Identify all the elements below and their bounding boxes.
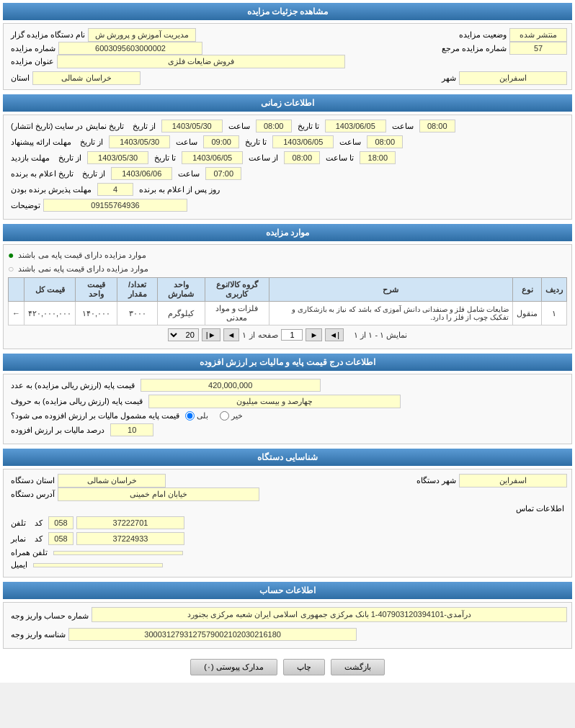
col-total-price: قیمت کل bbox=[24, 278, 76, 302]
display-count-label: نمایش ۱ - ۱ از ۱ bbox=[354, 331, 407, 340]
tax-percent-label: درصد مالیات بر ارزش افزوده bbox=[8, 426, 107, 435]
tax-yes-option[interactable]: بلی bbox=[185, 411, 208, 421]
account-info-section: اطلاعات حساب درآمدی-407903120394101-1 با… bbox=[3, 582, 572, 649]
print-button[interactable]: چاپ bbox=[283, 659, 325, 675]
status-label: وضعیت مزایده bbox=[456, 30, 509, 40]
account-row: درآمدی-407903120394101-1 بانک مرکزی جمهو… bbox=[8, 607, 567, 625]
fax-row: 37224933 058 کد نمابر bbox=[8, 532, 567, 545]
col-action bbox=[9, 278, 24, 302]
org-info-body: اسفراین شهر دستگاه خراسان شمالی استان دس… bbox=[3, 469, 572, 578]
notice1-radio: ● bbox=[8, 249, 14, 261]
org-info-header: شناسایی دستگاه bbox=[3, 449, 572, 466]
fax-label: نمابر bbox=[8, 534, 29, 544]
org-province-label: استان دستگاه bbox=[8, 476, 58, 485]
phone-row: 37222701 058 کد تلفن bbox=[8, 516, 567, 529]
items-table: ردیف نوع شرح گروه کالا/نوع کاربری واحد ش… bbox=[8, 277, 567, 325]
cell-desc: ضایعات شامل فلز و صنفدانی دانش آموزی که … bbox=[269, 302, 512, 325]
fax-number-value: 37224933 bbox=[76, 532, 184, 545]
publish-to-date: 1403/06/05 bbox=[325, 120, 386, 132]
account-info-body: درآمدی-407903120394101-1 بانک مرکزی جمهو… bbox=[3, 602, 572, 649]
proposal-to-time: 08:00 bbox=[367, 135, 403, 148]
col-quantity: تعداد/مقدار bbox=[117, 278, 157, 302]
auction-items-section: موارد مزایده موارد مزایده دارای قیمت پای… bbox=[3, 224, 572, 349]
auction-number-label: شماره مزایده bbox=[8, 44, 58, 53]
city-value: اسفراین bbox=[459, 71, 567, 85]
pagination-first[interactable]: ►| bbox=[202, 328, 220, 341]
city-col: اسفراین شهر bbox=[439, 71, 567, 85]
table-row: ۱ منقول ضایعات شامل فلز و صنفدانی دانش آ… bbox=[9, 302, 567, 325]
notice1-text: موارد مزایده دارای قیمت پایه می باشند bbox=[18, 251, 146, 260]
org-info-section: شناسایی دستگاه اسفراین شهر دستگاه خراسان… bbox=[3, 449, 572, 578]
email-row: ایمیل bbox=[8, 560, 567, 570]
auction-details-header: مشاهده جزئیات مزایده bbox=[3, 3, 572, 20]
time-info-section: اطلاعات زمانی 08:00 ساعت 1403/06/05 تا ت… bbox=[3, 94, 572, 220]
back-button[interactable]: بازگشت bbox=[331, 659, 385, 675]
phone-code-value: 058 bbox=[48, 516, 73, 529]
pagination-prev[interactable]: ◄ bbox=[223, 328, 240, 341]
time-row-proposal: 08:00 ساعت 1403/06/05 تا تاریخ 09:00 ساع… bbox=[8, 135, 567, 148]
page-label: صفحه bbox=[258, 331, 278, 340]
cell-nav[interactable]: ← bbox=[9, 302, 24, 325]
time-info-body: 08:00 ساعت 1403/06/05 تا تاریخ 08:00 ساع… bbox=[3, 114, 572, 220]
auction-number-col: 6003095603000002 شماره مزایده bbox=[8, 42, 202, 55]
code-label: کد bbox=[32, 518, 45, 528]
tax-yes-radio[interactable] bbox=[185, 411, 195, 421]
mobile-label: تلفن همراه bbox=[8, 548, 50, 557]
org-city-value: اسفراین bbox=[459, 474, 567, 487]
publish-to-time: 08:00 bbox=[419, 120, 455, 132]
phone-label: تلفن bbox=[8, 518, 29, 528]
tax-question-row: خیر بلی قیمت پایه مشمول مالیات بر ارزش ا… bbox=[8, 411, 567, 421]
documents-button[interactable]: مدارک پیوستی (۰) bbox=[190, 659, 277, 675]
page-wrapper: مشاهده جزئیات مزایده منتشر شده وضعیت مزا… bbox=[0, 0, 575, 683]
winner-days-suffix: روز پس از اعلام به برنده bbox=[136, 185, 223, 194]
fax-code-label: کد bbox=[32, 534, 45, 544]
price-tax-section: اطلاعات درج قیمت پایه و مالیات بر ارزش ا… bbox=[3, 354, 572, 444]
auction-row-1: منتشر شده وضعیت مزایده مدیریت آموزش و پر… bbox=[8, 28, 567, 42]
col-desc: شرح bbox=[269, 278, 512, 302]
cell-unit: کیلوگرم bbox=[158, 302, 205, 325]
time-row-winner-date: 07:00 ساعت 1403/06/06 از تاریخ تاریخ اعل… bbox=[8, 167, 567, 180]
auction-details-body: منتشر شده وضعیت مزایده مدیریت آموزش و پر… bbox=[3, 23, 572, 90]
time-info-header: اطلاعات زمانی bbox=[3, 94, 572, 112]
base-price-words-row: چهارصد و بیست میلیون قیمت پایه (ارزش ریا… bbox=[8, 395, 567, 408]
org-address-value: خیابان امام خمینی bbox=[58, 487, 259, 501]
proposal-from-time: 09:00 bbox=[203, 135, 239, 148]
tax-no-radio[interactable] bbox=[220, 411, 229, 421]
notice-row-2: موارد مزایده دارای قیمت پایه نمی باشند ○ bbox=[8, 263, 567, 274]
auction-items-header: موارد مزایده bbox=[3, 224, 572, 241]
base-price-label: قیمت پایه (ارزش ریالی مزایده) به عدد bbox=[8, 381, 138, 390]
notice2-text: موارد مزایده دارای قیمت پایه نمی باشند bbox=[18, 264, 148, 274]
col-category: گروه کالا/نوع کاربری bbox=[205, 278, 269, 302]
pagination-last[interactable]: |◄ bbox=[325, 328, 344, 341]
contact-header: اطلاعات تماس bbox=[8, 504, 567, 513]
winner-announce-date: 1403/06/06 bbox=[111, 167, 172, 180]
ref-number-value: 57 bbox=[509, 42, 567, 55]
org-city-label: شهر دستگاه bbox=[414, 476, 459, 485]
mobile-row: تلفن همراه bbox=[8, 548, 567, 557]
status-col: منتشر شده وضعیت مزایده bbox=[456, 28, 567, 42]
tax-no-option[interactable]: خیر bbox=[220, 411, 243, 421]
ref-number-label: شماره مزایده مرجع bbox=[439, 44, 509, 53]
pagination-next[interactable]: ► bbox=[306, 328, 322, 341]
cell-type: منقول bbox=[513, 302, 542, 325]
publish-from-time: 08:00 bbox=[256, 120, 292, 132]
base-price-words-value: چهارصد و بیست میلیون bbox=[148, 395, 401, 408]
time-row-visit: 18:00 تا ساعت 08:00 از ساعت 1403/06/05 ت… bbox=[8, 151, 567, 164]
status-value: منتشر شده bbox=[509, 28, 567, 42]
time-row-publish: 08:00 ساعت 1403/06/05 تا تاریخ 08:00 ساع… bbox=[8, 120, 567, 132]
email-value bbox=[33, 563, 163, 567]
col-unit: واحد شمارش bbox=[158, 278, 205, 302]
description-value: 09155764936 bbox=[43, 199, 187, 212]
cell-unit-price: ۱۴۰,۰۰۰ bbox=[76, 302, 117, 325]
base-price-words-label: قیمت پایه (ارزش ریالی مزایده) به حروف bbox=[8, 397, 146, 406]
institution-label: شناسه واریز وجه bbox=[8, 630, 68, 639]
publish-from-date: 1403/05/30 bbox=[161, 120, 223, 132]
province-label: استان bbox=[8, 73, 32, 83]
organizer-col: مدیریت آموزش و پرورش ش نام دستگاه مزایده… bbox=[8, 28, 196, 42]
fax-code-value: 058 bbox=[48, 532, 73, 545]
org-address-label: آدرس دستگاه bbox=[8, 490, 58, 499]
page-size-select[interactable]: 20 50 100 bbox=[168, 328, 199, 341]
base-price-value: 420,000,000 bbox=[141, 379, 321, 392]
phone-number-value: 37222701 bbox=[76, 516, 184, 529]
current-page-input[interactable] bbox=[281, 329, 303, 341]
